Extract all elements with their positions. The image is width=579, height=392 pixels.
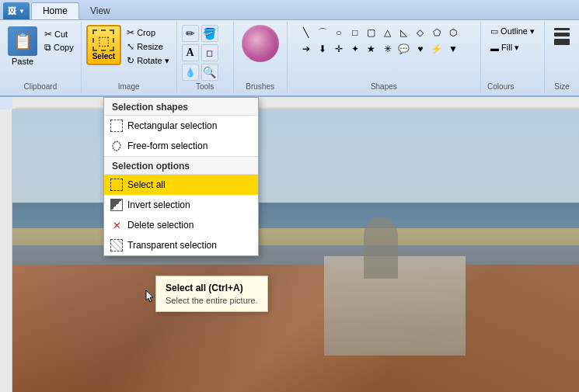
copy-icon: ⧉ [44,42,51,53]
brushes-button[interactable] [242,25,279,62]
fill-icon: ▬ [490,43,499,53]
shape-callout[interactable]: 💬 [396,41,412,57]
copy-button[interactable]: ⧉ Copy [42,41,76,54]
tooltip: Select all (Ctrl+A) Select the entire pi… [155,276,268,312]
app-container: 🖼 ▼ Home View 📋 Paste ✂ Cut [0,0,579,392]
shape-lightning[interactable]: ⚡ [429,41,445,57]
main-area: for(let i=0;i<730;i+=20){ document.curre… [0,97,579,392]
shape-line[interactable]: ╲ [298,25,314,40]
paste-icon: 📋 [8,26,37,56]
eraser-button[interactable]: ◻ [201,44,218,61]
size-label: Size [554,82,569,91]
select-icon: ⬚ [92,29,114,51]
pencil-button[interactable]: ✏ [182,25,199,42]
freeform-selection-icon [110,140,123,152]
shape-diamond[interactable]: ◇ [413,25,428,40]
image-group-label: Image [118,81,140,91]
shape-star5[interactable]: ★ [364,41,379,57]
ruler-horizontal: for(let i=0;i<730;i+=20){ document.curre… [12,97,579,109]
cut-button[interactable]: ✂ Cut [42,28,76,40]
brushes-label: Brushes [246,82,274,91]
resize-icon: ⤡ [127,41,134,52]
delete-selection-icon: ✕ [110,219,123,231]
clipboard-group: 📋 Paste ✂ Cut ⧉ Copy Clipboard [0,22,82,94]
resize-button[interactable]: ⤡ Resize [124,40,171,53]
shapes-label: Shapes [371,81,397,91]
select-all-icon [110,179,123,191]
shape-oval[interactable]: ○ [331,25,347,40]
ruler-vertical [0,109,12,392]
shape-arrow-r[interactable]: ➔ [298,41,314,57]
dropdown-arrow-icon: ▼ [19,8,25,15]
zoom-button[interactable]: 🔍 [201,64,218,81]
rotate-icon: ↻ [127,55,134,66]
image-tools-group: ⬚ Select ✂ Crop ⤡ Resize ↻ Rotate ▾ [82,22,177,94]
shape-heart[interactable]: ♥ [413,41,428,57]
transparent-selection-icon [110,239,123,252]
invert-selection-icon [110,199,123,211]
outline-button[interactable]: ▭ Outline ▾ [487,25,538,38]
dropdown-item-freeform[interactable]: Free-form selection [104,136,258,156]
paste-button[interactable]: 📋 Paste [5,25,40,68]
style-label: Colours [487,81,538,91]
shape-scroll-down[interactable]: ▼ [445,41,461,57]
selection-options-header: Selection options [104,156,258,175]
dropdown-menu: Selection shapes Rectangular selection F… [103,97,259,256]
clipboard-label: Clipboard [23,81,57,91]
shape-curve[interactable]: ⌒ [315,25,330,40]
app-icon: 🖼 [8,6,16,16]
paste-label: Paste [12,57,33,66]
crop-button[interactable]: ✂ Crop [124,26,171,39]
tooltip-title: Select all (Ctrl+A) [166,283,258,293]
shape-triangle[interactable]: △ [380,25,396,40]
brushes-group: Brushes [234,22,288,94]
fill-style-button[interactable]: ▬ Fill ▾ [487,41,538,54]
size-group: Size [545,22,579,94]
ribbon: 📋 Paste ✂ Cut ⧉ Copy Clipboard [0,20,579,97]
dropdown-item-delete[interactable]: ✕ Delete selection [104,215,258,235]
selection-shapes-header: Selection shapes [104,98,258,116]
shape-star6[interactable]: ✳ [380,41,396,57]
color-picker-button[interactable]: 💧 [182,64,199,81]
dropdown-item-transparent[interactable]: Transparent selection [104,235,258,255]
dropdown-item-invert[interactable]: Invert selection [104,195,258,215]
tools-group: ✏ 🪣 A ◻ 💧 🔍 Tools [177,22,234,94]
dropdown-item-rectangular[interactable]: Rectangular selection [104,116,258,136]
canvas-area[interactable] [12,109,579,392]
shape-pentagon[interactable]: ⬠ [429,25,445,40]
select-label: Select [92,52,115,61]
fill-tool-button[interactable]: 🪣 [201,25,218,42]
select-button[interactable]: ⬚ Select [86,25,121,65]
app-icon-btn[interactable]: 🖼 ▼ [3,2,30,19]
shape-roundrect[interactable]: ▢ [364,25,379,40]
tab-home[interactable]: Home [31,2,79,19]
dropdown-item-select-all[interactable]: Select all [104,175,258,195]
shape-rect[interactable]: □ [347,25,363,40]
text-button[interactable]: A [182,44,199,61]
tools-label: Tools [196,81,214,91]
crop-icon: ✂ [127,27,134,38]
shape-arrow-d[interactable]: ⬇ [315,41,330,57]
shape-rtriangle[interactable]: ◺ [396,25,412,40]
shape-hexagon[interactable]: ⬡ [445,25,461,40]
scissors-icon: ✂ [44,29,52,40]
outline-icon: ▭ [490,26,498,36]
rotate-button[interactable]: ↻ Rotate ▾ [124,54,171,67]
tab-bar: 🖼 ▼ Home View [0,0,579,20]
rectangular-selection-icon [110,120,123,132]
shape-arrow-4[interactable]: ✛ [331,41,347,57]
style-group: ▭ Outline ▾ ▬ Fill ▾ Colours [481,22,545,94]
shapes-group: ╲ ⌒ ○ □ ▢ △ ◺ ◇ ⬠ ⬡ ➔ ⬇ ✛ ✦ ★ ✳ 💬 ♥ ⚡ [288,22,481,94]
size-control[interactable] [551,25,573,48]
tab-view[interactable]: View [79,2,121,19]
tooltip-body: Select the entire picture. [166,296,258,305]
shape-star4[interactable]: ✦ [347,41,363,57]
